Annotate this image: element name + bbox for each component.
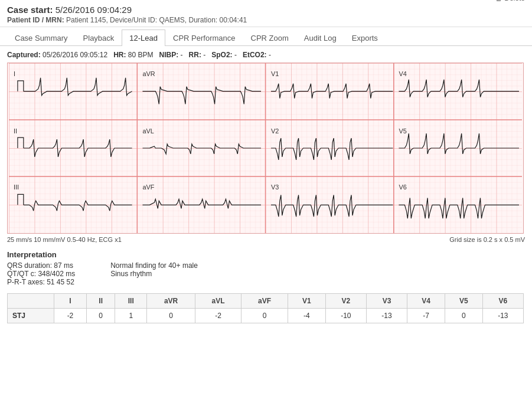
captured-label: Captured: xyxy=(7,51,41,59)
spo2-label: SpO2: xyxy=(211,51,232,59)
row-label-stj: STJ xyxy=(8,309,54,323)
tab-exports[interactable]: Exports xyxy=(344,30,386,46)
device-label: Device/Unit ID: xyxy=(110,16,157,24)
svg-text:aVF: aVF xyxy=(142,184,154,191)
interp-qrs: QRS duration: 87 ms xyxy=(7,261,75,270)
svg-text:V5: V5 xyxy=(399,127,406,135)
stj-cell-V3: -13 xyxy=(366,309,407,323)
svg-text:V4: V4 xyxy=(399,70,406,77)
hr-label: HR: xyxy=(113,51,126,59)
etco2-value: - xyxy=(269,51,271,59)
tab-bar: Case Summary Playback 12-Lead CPR Perfor… xyxy=(0,30,532,46)
ecg-scale-left: 25 mm/s 10 mm/mV 0.5-40 Hz, ECG x1 xyxy=(7,236,122,243)
stj-cell-aVF: 0 xyxy=(241,309,288,323)
col-header-V3: V3 xyxy=(366,294,407,309)
svg-text:II: II xyxy=(14,127,17,135)
stj-table: I II III aVR aVL aVF V1 V2 V3 V4 V5 V6 S… xyxy=(7,293,524,323)
col-header-V1: V1 xyxy=(288,294,325,309)
hr-value: 80 BPM xyxy=(128,51,154,59)
col-header-V4: V4 xyxy=(407,294,445,309)
patient-value: Patient 1145 xyxy=(66,16,106,24)
trash-icon: 🗑 xyxy=(495,0,502,2)
rr-value: - xyxy=(203,51,205,59)
tab-playback[interactable]: Playback xyxy=(76,30,122,46)
rr-label: RR: xyxy=(189,51,201,59)
svg-text:aVR: aVR xyxy=(142,70,155,77)
header: 🗑 Delete Case start: 5/26/2016 09:04:29 … xyxy=(0,0,532,27)
stj-cell-V5: 0 xyxy=(445,309,482,323)
stj-cell-II: 0 xyxy=(87,309,115,323)
tab-audit-log[interactable]: Audit Log xyxy=(296,30,344,46)
tab-case-summary[interactable]: Case Summary xyxy=(7,30,76,46)
table-row: STJ -2010-20-4-10-13-70-13 xyxy=(8,309,524,323)
interp-normal: Normal finding for 40+ male xyxy=(110,261,198,270)
tab-cpr-zoom[interactable]: CPR Zoom xyxy=(243,30,296,46)
col-header-II: II xyxy=(87,294,115,309)
ecg-section: Captured: 05/26/2016 09:05:12 HR: 80 BPM… xyxy=(0,46,532,245)
col-header-aVF: aVF xyxy=(241,294,288,309)
svg-text:aVL: aVL xyxy=(142,127,154,135)
device-value: QAEMS xyxy=(159,16,184,24)
nibp-label: NIBP: xyxy=(159,51,179,59)
col-header-I: I xyxy=(54,294,87,309)
col-header-aVR: aVR xyxy=(147,294,195,309)
ecg-svg: I II III aVR aVL aVF V1 V2 V3 V4 V5 V6 xyxy=(8,63,523,233)
svg-text:V3: V3 xyxy=(271,184,279,191)
ecg-scale-right: Grid size is 0.2 s x 0.5 mV xyxy=(449,236,525,243)
svg-text:V6: V6 xyxy=(399,184,406,191)
col-header-aVL: aVL xyxy=(195,294,241,309)
duration-label: Duration: xyxy=(188,16,217,24)
stj-cell-V6: -13 xyxy=(482,309,523,323)
interp-qtqtc: QT/QT c: 348/402 ms xyxy=(7,270,75,278)
stj-cell-aVL: -2 xyxy=(195,309,241,323)
captured-line: Captured: 05/26/2016 09:05:12 HR: 80 BPM… xyxy=(7,51,525,59)
case-start-line: Case start: 5/26/2016 09:04:29 xyxy=(7,5,132,15)
stj-cell-V2: -10 xyxy=(325,309,366,323)
svg-text:III: III xyxy=(14,184,19,191)
col-header-V5: V5 xyxy=(445,294,482,309)
col-header-label xyxy=(8,294,54,309)
col-header-III: III xyxy=(115,294,147,309)
interp-left: QRS duration: 87 ms QT/QT c: 348/402 ms … xyxy=(7,261,75,286)
patient-info-line: Patient ID / MRN: Patient 1145, Device/U… xyxy=(7,16,525,24)
interp-sinus: Sinus rhythm xyxy=(110,270,198,278)
delete-button[interactable]: 🗑 Delete xyxy=(495,0,525,2)
table-header-row: I II III aVR aVL aVF V1 V2 V3 V4 V5 V6 xyxy=(8,294,524,309)
duration-value: 00:04:41 xyxy=(220,16,247,24)
stj-cell-I: -2 xyxy=(54,309,87,323)
stj-cell-V4: -7 xyxy=(407,309,445,323)
tab-12lead[interactable]: 12-Lead xyxy=(122,30,165,46)
stj-cell-III: 1 xyxy=(115,309,147,323)
interp-right: Normal finding for 40+ male Sinus rhythm xyxy=(110,261,198,286)
ecg-scale-line: 25 mm/s 10 mm/mV 0.5-40 Hz, ECG x1 Grid … xyxy=(7,236,525,243)
patient-label: Patient ID / MRN: xyxy=(7,16,64,24)
tab-cpr-performance[interactable]: CPR Performance xyxy=(165,30,243,46)
stj-cell-V1: -4 xyxy=(288,309,325,323)
svg-text:V2: V2 xyxy=(271,127,279,135)
ecg-grid: I II III aVR aVL aVF V1 V2 V3 V4 V5 V6 xyxy=(7,63,524,234)
spo2-value: - xyxy=(234,51,237,59)
svg-text:V1: V1 xyxy=(271,70,279,77)
interp-prt: P-R-T axes: 51 45 52 xyxy=(7,278,75,286)
interpretation-title: Interpretation xyxy=(7,250,525,259)
case-start-value: 5/26/2016 09:04:29 xyxy=(56,5,132,15)
interpretation-section: Interpretation QRS duration: 87 ms QT/QT… xyxy=(0,245,532,289)
captured-value: 05/26/2016 09:05:12 xyxy=(43,51,107,59)
svg-text:I: I xyxy=(14,70,15,77)
stj-cell-aVR: 0 xyxy=(147,309,195,323)
col-header-V2: V2 xyxy=(325,294,366,309)
etco2-label: EtCO2: xyxy=(243,51,267,59)
nibp-value: - xyxy=(181,51,183,59)
col-header-V6: V6 xyxy=(482,294,523,309)
case-start-label: Case start: xyxy=(7,5,53,15)
